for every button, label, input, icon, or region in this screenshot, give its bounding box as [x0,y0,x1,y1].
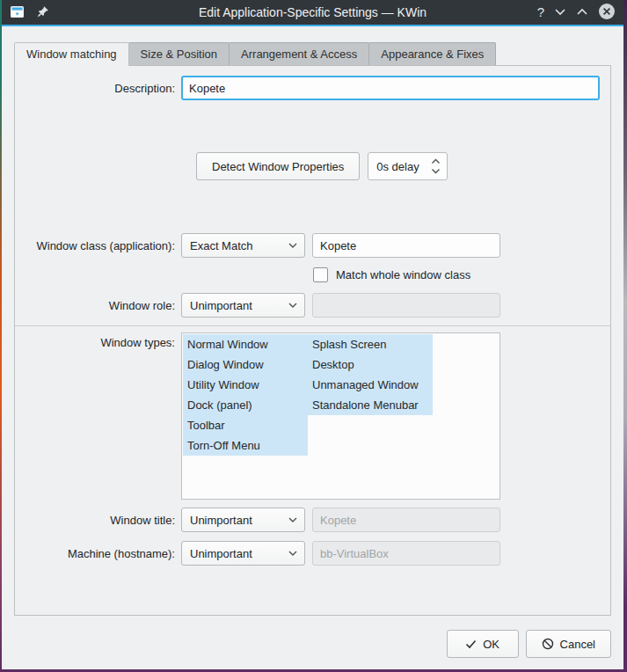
chevron-down-icon [288,550,298,557]
list-item[interactable]: Toolbar [183,415,308,435]
list-item[interactable]: Dialog Window [183,354,308,375]
tab-arrangement-access[interactable]: Arrangement & Access [229,42,369,65]
list-item[interactable]: Dock (panel) [183,395,308,415]
window-types-list[interactable]: Normal Window Dialog Window Utility Wind… [181,332,500,500]
window-class-input[interactable] [312,233,500,258]
titlebar[interactable]: Edit Application-Specific Settings — KWi… [2,0,623,26]
list-item[interactable]: Utility Window [183,375,308,395]
list-item[interactable]: Standalone Menubar [308,395,433,415]
tab-appearance-fixes[interactable]: Appearance & Fixes [368,42,496,65]
description-input[interactable] [181,76,600,100]
spinner-arrows-icon[interactable] [431,158,441,174]
cancel-button[interactable]: Cancel [526,630,611,658]
chevron-down-icon[interactable] [554,8,566,16]
detect-window-properties-button[interactable]: Detect Window Properties [196,152,360,180]
cancel-slash-icon [542,638,554,650]
window-title: Edit Application-Specific Settings — KWi… [2,5,623,19]
window-role-label: Window role: [15,299,175,312]
match-whole-class-checkbox[interactable] [313,267,328,282]
list-item[interactable]: Splash Screen [308,334,433,354]
window-title-input [312,508,500,532]
machine-input [312,541,500,566]
tab-window-matching[interactable]: Window matching [14,42,129,65]
window-class-match-combobox[interactable]: Exact Match [181,233,305,258]
machine-row: Machine (hostname): Unimportant [15,541,610,566]
checkmark-icon [465,639,477,649]
window-class-match-value: Exact Match [190,239,253,252]
detect-delay-spinner[interactable]: 0s delay [368,152,448,180]
window-class-row: Window class (application): Exact Match [15,233,610,258]
window-role-match-combobox[interactable]: Unimportant [181,293,305,318]
help-icon[interactable]: ? [537,5,544,18]
window-role-row: Window role: Unimportant [15,293,610,318]
machine-match-value: Unimportant [190,547,252,560]
cancel-button-label: Cancel [560,638,595,651]
machine-match-combobox[interactable]: Unimportant [181,541,305,566]
list-item[interactable]: Torn-Off Menu [183,435,308,456]
description-row: Description: [15,76,610,100]
detect-row: Detect Window Properties 0s delay [196,152,610,180]
window-title-match-value: Unimportant [190,514,252,527]
kwin-settings-dialog: Edit Application-Specific Settings — KWi… [2,0,623,669]
window-matching-panel: Description: Detect Window Properties 0s… [14,65,611,616]
window-types-column-1: Normal Window Dialog Window Utility Wind… [183,334,308,456]
chevron-down-icon [288,242,298,249]
detect-delay-value: 0s delay [376,160,419,173]
close-icon[interactable] [598,3,616,20]
window-title-label: Window title: [15,514,175,527]
list-item[interactable]: Unmanaged Window [308,375,433,395]
chevron-down-icon [288,516,298,523]
tab-bar: Window matching Size & Position Arrangem… [14,42,611,65]
chevron-up-icon[interactable] [576,8,588,16]
tab-size-position[interactable]: Size & Position [128,42,230,65]
match-whole-class-row: Match whole window class [15,267,610,282]
list-item[interactable]: Desktop [308,354,433,375]
window-title-match-combobox[interactable]: Unimportant [181,508,305,532]
separator-line [15,325,610,326]
window-types-column-2: Splash Screen Desktop Unmanaged Window S… [308,334,433,415]
machine-label: Machine (hostname): [15,547,175,560]
description-label: Description: [15,82,175,95]
window-types-label: Window types: [15,332,175,349]
window-class-label: Window class (application): [15,239,175,252]
list-item[interactable]: Normal Window [183,334,308,354]
window-title-row: Window title: Unimportant [15,508,610,532]
ok-button[interactable]: OK [447,630,519,658]
dialog-body: Window matching Size & Position Arrangem… [2,26,623,669]
window-role-match-value: Unimportant [190,299,252,312]
match-whole-class-label: Match whole window class [336,268,470,281]
ok-button-label: OK [483,638,499,651]
dialog-button-box: OK Cancel [14,630,611,658]
app-window-icon[interactable] [10,5,25,18]
pin-icon[interactable] [36,5,49,18]
window-types-row: Window types: Normal Window Dialog Windo… [15,332,610,500]
window-role-input [312,293,500,318]
desktop-edge-right [623,0,627,672]
chevron-down-icon [288,302,298,309]
